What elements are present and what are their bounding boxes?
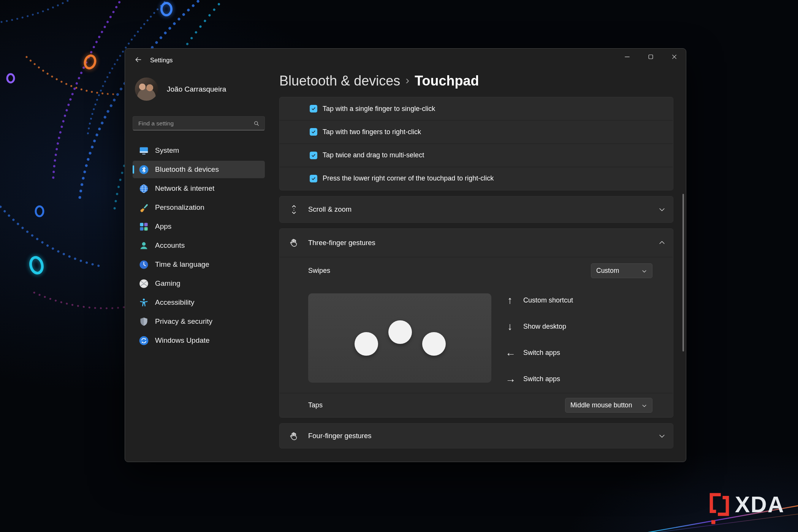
touchpad-illustration	[308, 293, 491, 383]
avatar	[135, 78, 158, 101]
checkbox-label: Press the lower right corner of the touc…	[323, 174, 494, 182]
taps-dropdown[interactable]: Middle mouse button	[565, 398, 652, 413]
scroll-icon	[289, 204, 299, 215]
settings-window: Settings João Carrasqueira	[125, 48, 686, 462]
sidebar-item-system[interactable]: System	[133, 142, 265, 159]
sidebar-item-label: Privacy & security	[155, 317, 212, 326]
scroll-zoom-expander: Scroll & zoom	[279, 196, 673, 223]
sidebar-item-label: Apps	[155, 222, 171, 231]
swipes-row: Swipes Custom	[308, 263, 652, 278]
caption-buttons	[615, 49, 686, 65]
windows-update-icon	[139, 336, 149, 346]
back-arrow-icon	[135, 56, 142, 65]
sidebar-item-accounts[interactable]: Accounts	[133, 237, 265, 254]
breadcrumb-chevron-icon: ›	[405, 74, 409, 87]
checkbox-row-single-finger-tap[interactable]: Tap with a single finger to single-click	[280, 97, 673, 120]
swipes-label: Swipes	[308, 267, 330, 275]
four-finger-header[interactable]: Four-finger gestures	[280, 424, 673, 448]
taps-row: Taps Middle mouse button	[280, 393, 673, 417]
checkbox-checked-icon[interactable]	[310, 105, 317, 112]
gesture-list: ↑ Custom shortcut ↓ Show desktop ← Switc…	[505, 293, 573, 386]
down-arrow-icon: ↓	[505, 321, 515, 332]
user-name: João Carrasqueira	[167, 85, 226, 93]
settings-content: Tap with a single finger to single-click…	[279, 97, 673, 448]
sidebar-item-apps[interactable]: Apps	[133, 218, 265, 235]
expander-title: Scroll & zoom	[308, 205, 649, 214]
breadcrumb: Bluetooth & devices › Touchpad	[279, 73, 479, 89]
expander-title: Three-finger gestures	[308, 239, 649, 247]
swipes-dropdown[interactable]: Custom	[591, 263, 652, 278]
page-title: Touchpad	[415, 73, 479, 89]
sidebar-item-network-internet[interactable]: Network & internet	[133, 180, 265, 197]
checkbox-row-two-finger-tap[interactable]: Tap with two fingers to right-click	[280, 120, 673, 143]
gaming-icon	[139, 279, 149, 289]
taps-dropdown-value: Middle mouse button	[570, 401, 632, 409]
checkbox-label: Tap with two fingers to right-click	[323, 128, 421, 136]
gesture-row-swipe-right: → Switch apps	[505, 372, 573, 386]
scroll-zoom-header[interactable]: Scroll & zoom	[280, 196, 673, 222]
search-input[interactable]	[133, 120, 253, 127]
breadcrumb-parent[interactable]: Bluetooth & devices	[279, 73, 400, 89]
privacy-icon	[139, 317, 149, 327]
gesture-row-swipe-up: ↑ Custom shortcut	[505, 293, 573, 308]
titlebar: Settings	[125, 49, 686, 71]
scrollbar-thumb[interactable]	[682, 194, 684, 352]
gesture-row-swipe-down: ↓ Show desktop	[505, 320, 573, 334]
gesture-area: ↑ Custom shortcut ↓ Show desktop ← Switc…	[308, 293, 652, 386]
sidebar-item-bluetooth-devices[interactable]: Bluetooth & devices	[133, 161, 265, 178]
window-title: Settings	[150, 57, 173, 64]
back-button[interactable]	[131, 53, 146, 67]
swipes-dropdown-value: Custom	[596, 267, 619, 275]
sidebar-item-windows-update[interactable]: Windows Update	[133, 332, 265, 349]
sidebar-item-label: Accessibility	[155, 298, 194, 307]
search-box	[133, 116, 265, 130]
bluetooth-icon	[139, 165, 149, 175]
close-button[interactable]	[662, 49, 686, 65]
system-icon	[139, 146, 149, 156]
sidebar-item-time-language[interactable]: Time & language	[133, 256, 265, 273]
finger-dot	[355, 332, 378, 356]
accessibility-icon	[139, 298, 149, 308]
finger-dot	[422, 332, 446, 356]
three-finger-header[interactable]: Three-finger gestures	[280, 229, 673, 257]
checkbox-checked-icon[interactable]	[310, 128, 317, 136]
xda-logo-icon	[708, 492, 730, 526]
chevron-down-icon	[641, 268, 647, 274]
sidebar-item-personalization[interactable]: Personalization	[133, 199, 265, 216]
user-profile[interactable]: João Carrasqueira	[133, 78, 265, 101]
left-arrow-icon: ←	[505, 348, 515, 358]
sidebar-item-label: Gaming	[155, 279, 180, 288]
xda-watermark: XDA	[708, 492, 785, 526]
chevron-up-icon[interactable]	[658, 239, 666, 247]
sidebar-item-privacy-security[interactable]: Privacy & security	[133, 313, 265, 330]
sidebar-item-label: System	[155, 146, 179, 155]
checkbox-checked-icon[interactable]	[310, 175, 317, 182]
minimize-button[interactable]	[615, 49, 639, 65]
sidebar-item-label: Bluetooth & devices	[155, 165, 219, 174]
maximize-button[interactable]	[639, 49, 662, 65]
gesture-label: Custom shortcut	[523, 296, 573, 304]
checkbox-row-tap-twice-drag[interactable]: Tap twice and drag to multi-select	[280, 144, 673, 167]
chevron-down-icon	[641, 402, 647, 408]
gesture-label: Show desktop	[523, 323, 566, 331]
sidebar-item-label: Windows Update	[155, 336, 210, 345]
apps-icon	[139, 222, 149, 232]
chevron-down-icon[interactable]	[658, 432, 666, 440]
checkbox-checked-icon[interactable]	[310, 152, 317, 159]
checkbox-row-lower-right-corner[interactable]: Press the lower right corner of the touc…	[280, 167, 673, 190]
sidebar-item-gaming[interactable]: Gaming	[133, 275, 265, 292]
hand-icon	[289, 238, 299, 248]
accounts-icon	[139, 241, 149, 251]
gesture-label: Switch apps	[523, 375, 560, 383]
expander-title: Four-finger gestures	[308, 432, 649, 440]
sidebar-item-label: Accounts	[155, 241, 185, 250]
sidebar-item-label: Time & language	[155, 260, 209, 269]
chevron-down-icon[interactable]	[658, 206, 666, 213]
network-icon	[139, 184, 149, 194]
right-arrow-icon: →	[505, 374, 515, 384]
up-arrow-icon: ↑	[505, 295, 515, 306]
search-icon[interactable]	[253, 120, 260, 127]
sidebar-item-accessibility[interactable]: Accessibility	[133, 294, 265, 311]
sidebar-nav: System Bluetooth & devices Network & int…	[133, 142, 265, 349]
three-finger-expander: Three-finger gestures Swipes Custom	[279, 228, 673, 418]
